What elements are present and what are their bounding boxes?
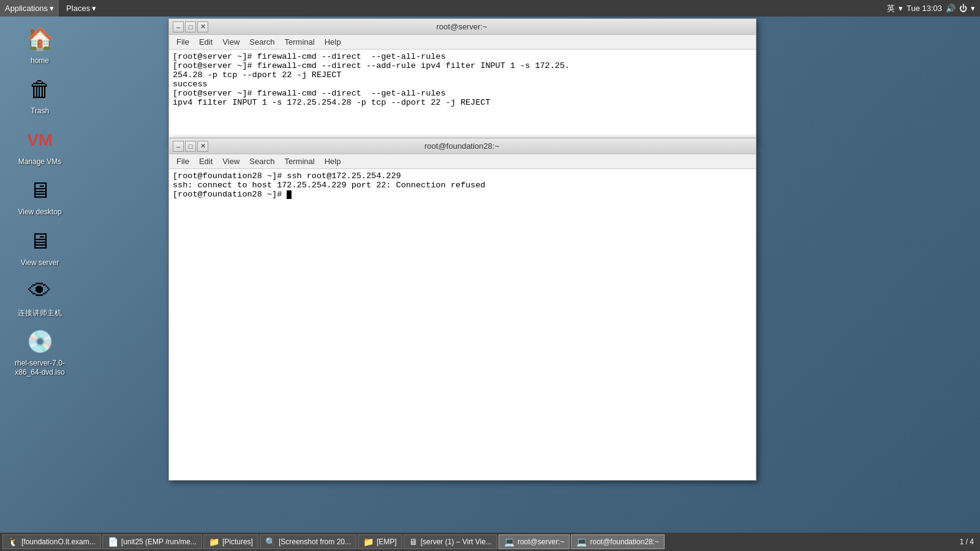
server-menu-help[interactable]: Help	[320, 35, 346, 50]
server-titlebar-controls: – □ ✕	[173, 21, 208, 32]
applications-arrow: ▾	[50, 4, 54, 13]
desktop-icon-manage-vms[interactable]: VM Manage VMs	[12, 126, 67, 166]
server-menubar: File Edit View Search Terminal Help	[169, 35, 756, 50]
foundation-close-btn[interactable]: ✕	[197, 141, 208, 152]
taskbar-item-root-server[interactable]: 💻 root@server:~	[499, 534, 570, 549]
foundation-menu-terminal[interactable]: Terminal	[280, 154, 320, 169]
taskbar-icon-server-virt: 🖥	[409, 537, 418, 547]
server-menu-file[interactable]: File	[172, 35, 194, 50]
taskbar-label-root-foundation: root@foundation28:~	[590, 538, 659, 546]
desktop-icon-home[interactable]: 🏠 home	[12, 24, 67, 65]
applications-label: Applications	[5, 4, 48, 13]
desktop-icon-iso[interactable]: 💿 rhel-server-7.0-x86_64-dvd.iso	[12, 327, 67, 377]
foundation-line2: ssh: connect to host 172.25.254.229 port…	[173, 181, 485, 190]
server-menu-terminal[interactable]: Terminal	[280, 35, 320, 50]
foundation-menu-view[interactable]: View	[217, 154, 244, 169]
power-icon[interactable]: ⏻	[959, 4, 967, 13]
server-terminal-body[interactable]: [root@server ~]# firewall-cmd --direct -…	[169, 50, 756, 140]
taskbar-icon-root-foundation: 💻	[576, 537, 587, 547]
taskbar-page-info: 1 / 4	[960, 538, 978, 546]
iso-icon: 💿	[25, 327, 55, 356]
lang-indicator[interactable]: 英	[887, 3, 895, 14]
server-minimize-btn[interactable]: –	[173, 21, 184, 32]
view-desktop-icon: 🖥	[25, 176, 55, 205]
taskbar-icon-pictures: 📁	[209, 537, 219, 547]
terminal-cursor	[287, 190, 292, 199]
server-window-title: root@server:~	[208, 22, 715, 31]
taskbar-item-screenshot[interactable]: 🔍 [Screenshot from 20...	[260, 534, 356, 549]
foundation-window-title: root@foundation28:~	[208, 141, 715, 151]
trash-icon: 🗑	[25, 75, 55, 104]
taskbar-item-server-virt[interactable]: 🖥 [server (1) – Virt Vie...	[404, 534, 497, 549]
desktop-icons: 🏠 home 🗑 Trash VM Manage VMs 🖥 View desk…	[12, 24, 67, 377]
desktop: Applications ▾ Places ▾ 英 ▾ Tue 13:03 🔊 …	[0, 0, 980, 551]
top-panel-right: 英 ▾ Tue 13:03 🔊 ⏻ ▾	[887, 3, 980, 14]
home-icon: 🏠	[25, 24, 55, 54]
taskbar-label-root-server: root@server:~	[518, 538, 565, 546]
desktop-icon-view-desktop[interactable]: 🖥 View desktop	[12, 176, 67, 216]
desktop-icon-trash[interactable]: 🗑 Trash	[12, 75, 67, 115]
trash-label: Trash	[31, 107, 49, 115]
server-maximize-btn[interactable]: □	[185, 21, 196, 32]
foundation-titlebar-controls: – □ ✕	[173, 141, 208, 152]
taskbar-icon-emp: 📁	[363, 537, 374, 547]
desktop-icon-connect[interactable]: 👁 连接讲师主机	[12, 277, 67, 317]
taskbar-label-screenshot: [Screenshot from 20...	[279, 538, 351, 546]
taskbar-item-foundationO[interactable]: 🐧 [foundationO.lt.exam...	[2, 534, 101, 549]
terminal-foundation-window: – □ ✕ root@foundation28:~ File Edit View…	[168, 138, 756, 481]
taskbar-label-pictures: [Pictures]	[222, 538, 253, 546]
top-panel: Applications ▾ Places ▾ 英 ▾ Tue 13:03 🔊 …	[0, 0, 980, 17]
connect-label: 连接讲师主机	[18, 309, 62, 317]
foundation-menu-edit[interactable]: Edit	[194, 154, 217, 169]
terminal-server-window: – □ ✕ root@server:~ File Edit View Searc…	[168, 18, 756, 141]
server-menu-view[interactable]: View	[217, 35, 244, 50]
taskbar-label-server-virt: [server (1) – Virt Vie...	[421, 538, 492, 546]
manage-vms-icon: VM	[25, 126, 55, 155]
taskbar-item-emp[interactable]: 📁 [EMP]	[358, 534, 402, 549]
applications-menu[interactable]: Applications ▾	[0, 0, 59, 17]
page-indicator: 1 / 4	[960, 538, 974, 546]
places-label: Places	[66, 4, 90, 13]
manage-vms-label: Manage VMs	[18, 157, 62, 166]
foundation-terminal-body[interactable]: [root@foundation28 ~]# ssh root@172.25.2…	[169, 169, 756, 480]
connect-icon: 👁	[25, 277, 55, 306]
taskbar-label-emp: [EMP]	[377, 538, 397, 546]
taskbar: 🐧 [foundationO.lt.exam... 📄 [unit25 (EMP…	[0, 533, 980, 551]
server-menu-edit[interactable]: Edit	[194, 35, 217, 50]
view-desktop-label: View desktop	[18, 208, 61, 216]
places-menu[interactable]: Places ▾	[61, 0, 101, 17]
taskbar-item-root-foundation[interactable]: 💻 root@foundation28:~	[571, 534, 665, 549]
view-server-icon: 🖥	[25, 227, 55, 256]
taskbar-label-foundationO: [foundationO.lt.exam...	[21, 538, 96, 546]
foundation-menu-help[interactable]: Help	[320, 154, 346, 169]
power-arrow: ▾	[971, 4, 975, 13]
places-arrow: ▾	[92, 4, 96, 13]
foundation-menubar: File Edit View Search Terminal Help	[169, 154, 756, 169]
taskbar-icon-root-server: 💻	[504, 537, 514, 547]
foundation-menu-file[interactable]: File	[172, 154, 194, 169]
taskbar-icon-unit25: 📄	[108, 537, 118, 547]
server-titlebar: – □ ✕ root@server:~	[169, 19, 756, 35]
foundation-menu-search[interactable]: Search	[244, 154, 279, 169]
taskbar-icon-screenshot: 🔍	[265, 537, 276, 547]
foundation-maximize-btn[interactable]: □	[185, 141, 196, 152]
lang-arrow: ▾	[899, 4, 903, 13]
top-panel-left: Applications ▾ Places ▾	[0, 0, 101, 17]
taskbar-item-pictures[interactable]: 📁 [Pictures]	[203, 534, 258, 549]
taskbar-icon-foundationO: 🐧	[8, 537, 18, 547]
taskbar-label-unit25: [unit25 (EMP /run/me...	[121, 538, 197, 546]
view-server-label: View server	[21, 258, 59, 267]
foundation-titlebar: – □ ✕ root@foundation28:~	[169, 138, 756, 154]
volume-icon[interactable]: 🔊	[946, 4, 956, 13]
foundation-minimize-btn[interactable]: –	[173, 141, 184, 152]
taskbar-item-unit25[interactable]: 📄 [unit25 (EMP /run/me...	[102, 534, 202, 549]
desktop-icon-view-server[interactable]: 🖥 View server	[12, 227, 67, 267]
foundation-line3: [root@foundation28 ~]#	[173, 190, 287, 199]
clock: Tue 13:03	[907, 4, 942, 13]
home-label: home	[31, 56, 49, 65]
server-menu-search[interactable]: Search	[244, 35, 279, 50]
foundation-line1: [root@foundation28 ~]# ssh root@172.25.2…	[173, 171, 401, 181]
iso-label: rhel-server-7.0-x86_64-dvd.iso	[12, 359, 67, 377]
server-close-btn[interactable]: ✕	[197, 21, 208, 32]
